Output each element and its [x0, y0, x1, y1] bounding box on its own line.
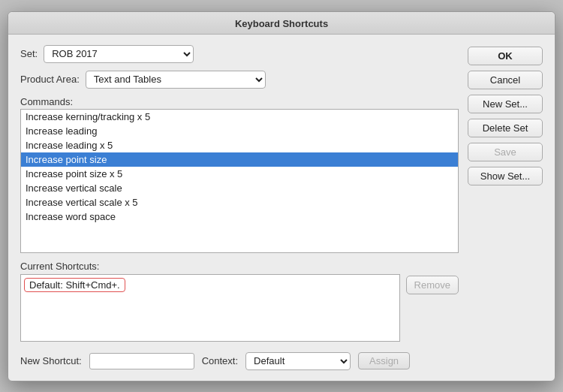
cancel-button[interactable]: Cancel	[468, 71, 543, 89]
assign-button[interactable]: Assign	[358, 352, 410, 369]
list-item[interactable]: Increase vertical scale	[21, 181, 458, 195]
left-panel: Set: ROB 2017 Product Area: Text and Tab…	[20, 45, 459, 370]
list-item-selected[interactable]: Increase point size	[21, 152, 458, 167]
product-area-label: Product Area:	[20, 74, 80, 85]
current-shortcuts-label: Current Shortcuts:	[20, 261, 459, 272]
list-item[interactable]: Increase vertical scale x 5	[21, 195, 458, 210]
product-area-select[interactable]: Text and Tables	[86, 71, 266, 89]
remove-btn-wrapper: Remove	[406, 274, 459, 294]
context-select[interactable]: Default	[245, 352, 351, 370]
current-shortcuts-section: Current Shortcuts: Default: Shift+Cmd+. …	[20, 261, 459, 342]
shortcuts-box-wrapper: Default: Shift+Cmd+.	[20, 274, 400, 342]
list-item[interactable]: Increase word space	[21, 210, 458, 224]
show-set-button[interactable]: Show Set...	[468, 167, 543, 185]
delete-set-button[interactable]: Delete Set	[468, 119, 543, 137]
shortcuts-row: Default: Shift+Cmd+. Remove	[20, 274, 459, 342]
commands-list[interactable]: Increase kerning/tracking x 5 Increase l…	[21, 110, 458, 252]
remove-button[interactable]: Remove	[406, 276, 459, 294]
right-panel: OK Cancel New Set... Delete Set Save Sho…	[468, 45, 543, 370]
list-item[interactable]: Increase kerning/tracking x 5	[21, 110, 458, 124]
context-label: Context:	[202, 355, 238, 366]
save-button[interactable]: Save	[468, 143, 543, 161]
new-shortcut-input[interactable]	[89, 353, 194, 369]
dialog-title: Keyboard Shortcuts	[8, 12, 555, 35]
set-select[interactable]: ROB 2017	[44, 45, 194, 63]
commands-section: Commands: Increase kerning/tracking x 5 …	[20, 96, 459, 253]
new-set-button[interactable]: New Set...	[468, 95, 543, 113]
list-item[interactable]: Increase leading	[21, 124, 458, 138]
list-item[interactable]: Increase leading x 5	[21, 138, 458, 152]
set-row: Set: ROB 2017	[20, 45, 459, 63]
list-item[interactable]: Increase point size x 5	[21, 167, 458, 181]
new-shortcut-row: New Shortcut: Context: Default Assign	[20, 352, 459, 370]
ok-button[interactable]: OK	[468, 47, 543, 65]
keyboard-shortcuts-dialog: Keyboard Shortcuts Set: ROB 2017 Product…	[8, 11, 555, 381]
new-shortcut-label: New Shortcut:	[20, 355, 82, 366]
commands-list-wrapper: Increase kerning/tracking x 5 Increase l…	[20, 109, 459, 253]
shortcut-text: Default: Shift+Cmd+.	[24, 278, 125, 292]
product-area-row: Product Area: Text and Tables	[20, 71, 459, 89]
set-label: Set:	[20, 48, 38, 59]
current-shortcuts-area: Default: Shift+Cmd+.	[20, 274, 400, 342]
commands-label: Commands:	[20, 96, 459, 107]
